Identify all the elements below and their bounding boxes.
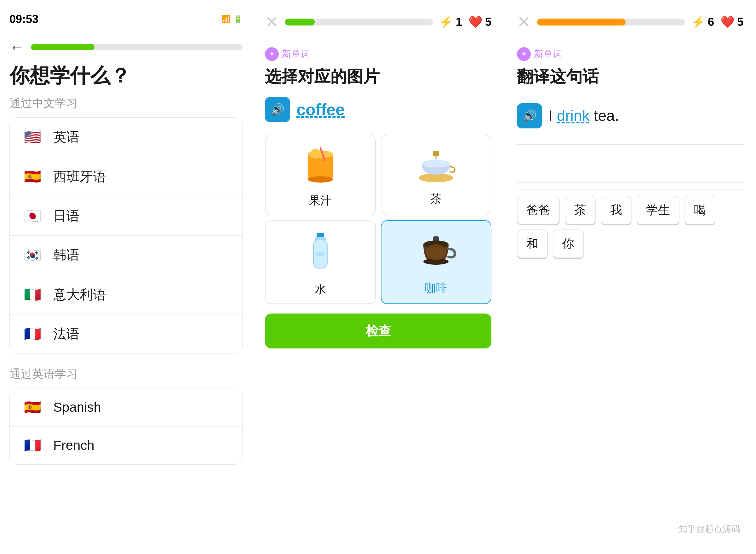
flag-es-en: 🇪🇸	[21, 399, 44, 416]
word-chips-area: 爸爸 茶 我 学生 喝 和 你	[517, 196, 743, 258]
flag-fr-en: 🇫🇷	[21, 437, 44, 454]
english-lang-list: 🇪🇸 Spanish 🇫🇷 French	[9, 388, 243, 464]
page-title: 你想学什么？	[9, 62, 243, 90]
bolt-count-2: 1	[456, 15, 462, 29]
lang-item-spanish[interactable]: 🇪🇸 西班牙语	[10, 157, 242, 197]
lang-name-spanish-en: Spanish	[53, 400, 101, 415]
lesson-header-2: ✕ ⚡ 1 ❤️ 5	[262, 0, 495, 41]
new-word-badge-2: ✦ 新单词	[265, 47, 491, 61]
svg-point-4	[308, 176, 333, 182]
picture-selection-panel: ✕ ⚡ 1 ❤️ 5 ✦ 新单词 选择对应的图片 🔊 coffee	[252, 0, 504, 554]
heart-icon-3: ❤️	[720, 15, 735, 29]
sentence-highlight: drink	[557, 107, 590, 124]
chip-baba[interactable]: 爸爸	[517, 196, 560, 224]
sentence-text: I drink tea.	[548, 107, 619, 124]
chip-xuesheng[interactable]: 学生	[637, 196, 679, 224]
section-english-label: 通过英语学习	[9, 367, 243, 382]
lang-item-french-en[interactable]: 🇫🇷 French	[10, 427, 242, 464]
back-arrow-icon[interactable]: ←	[9, 39, 24, 56]
close-button-3[interactable]: ✕	[517, 13, 531, 32]
check-button[interactable]: 检查	[265, 314, 491, 348]
card-label-juice: 果汁	[309, 193, 332, 208]
chinese-lang-list: 🇺🇸 英语 🇪🇸 西班牙语 🇯🇵 日语 🇰🇷 韩语 🇮🇹 意大利语 🇫🇷	[9, 117, 243, 354]
translation-panel: ✕ ⚡ 6 ❤️ 5 ✦ 新单词 翻译这句话 🔊 I drink tea.	[504, 0, 756, 554]
lesson-progress-fill-3	[537, 18, 625, 25]
chip-wo[interactable]: 我	[601, 196, 632, 224]
audio-button-2[interactable]: 🔊	[265, 97, 290, 122]
lang-name-korean: 韩语	[53, 246, 80, 264]
card-tea[interactable]: 茶	[381, 135, 492, 215]
lang-name-spanish: 西班牙语	[53, 168, 106, 185]
chip-he[interactable]: 喝	[685, 196, 715, 224]
sentence-suffix: tea.	[590, 107, 619, 124]
badge-icon-3: ✦	[517, 47, 531, 61]
heart-count-3: 5	[737, 15, 743, 29]
audio-button-3[interactable]: 🔊	[517, 103, 542, 128]
badge-text-3: 新单词	[534, 48, 562, 61]
water-image	[308, 230, 333, 282]
svg-point-13	[315, 252, 325, 256]
bolt-count-3: 6	[708, 15, 714, 29]
lang-item-spanish-en[interactable]: 🇪🇸 Spanish	[10, 388, 242, 427]
flag-us: 🇺🇸	[21, 129, 44, 146]
new-word-badge-3: ✦ 新单词	[517, 47, 743, 61]
flag-fr: 🇫🇷	[21, 326, 44, 342]
lang-item-japanese[interactable]: 🇯🇵 日语	[10, 197, 242, 236]
svg-point-6	[422, 160, 450, 167]
flag-it: 🇮🇹	[21, 286, 44, 303]
bolt-stat-2: ⚡ 1	[439, 15, 462, 29]
badge-text-2: 新单词	[282, 48, 310, 61]
chip-cha[interactable]: 茶	[565, 196, 596, 224]
svg-rect-8	[433, 151, 439, 156]
heart-count-2: 5	[485, 15, 491, 29]
card-label-coffee: 咖啡	[424, 280, 447, 296]
divider-1	[517, 144, 743, 145]
card-juice[interactable]: 果汁	[265, 135, 376, 215]
lesson-instruction-2: 选择对应的图片	[265, 66, 491, 88]
heart-stat-3: ❤️ 5	[720, 15, 743, 29]
lesson-progress-3	[537, 18, 685, 25]
close-button-2[interactable]: ✕	[265, 13, 279, 32]
lang-name-japanese: 日语	[53, 207, 80, 225]
back-nav[interactable]: ←	[9, 39, 243, 56]
svg-rect-10	[315, 237, 326, 240]
card-label-tea: 茶	[430, 191, 442, 207]
coffee-image	[415, 232, 456, 280]
watermark: 知乎@起点源码	[678, 523, 740, 535]
svg-point-5	[419, 173, 453, 182]
progress-bar-fill	[31, 44, 95, 50]
lesson-instruction-3: 翻译这句话	[517, 66, 743, 88]
word-display-2: coffee	[296, 100, 345, 119]
card-coffee[interactable]: 咖啡	[381, 220, 492, 304]
word-prompt-2: 🔊 coffee	[265, 97, 491, 122]
lang-item-french[interactable]: 🇫🇷 法语	[10, 315, 242, 353]
flag-es: 🇪🇸	[21, 168, 44, 185]
lang-item-english[interactable]: 🇺🇸 英语	[10, 118, 242, 157]
lang-name-french-en: French	[53, 438, 95, 453]
lesson-progress-fill-2	[285, 18, 315, 25]
section-chinese-label: 通过中文学习	[9, 96, 243, 111]
chip-ni[interactable]: 你	[553, 229, 584, 258]
divider-2	[517, 189, 743, 189]
juice-image	[301, 145, 339, 193]
lang-name-italian: 意大利语	[53, 286, 106, 303]
card-water[interactable]: 水	[265, 220, 376, 304]
chip-and[interactable]: 和	[517, 229, 548, 258]
card-label-water: 水	[315, 282, 326, 297]
language-selection-panel: 09:53 📶 🔋 ← 你想学什么？ 通过中文学习 🇺🇸 英语 🇪🇸 西班牙语	[0, 0, 252, 554]
progress-bar	[31, 44, 243, 50]
answer-area	[517, 151, 743, 182]
svg-point-17	[426, 244, 446, 260]
svg-rect-9	[316, 233, 324, 238]
lesson-header-3: ✕ ⚡ 6 ❤️ 5	[514, 0, 747, 41]
svg-point-2	[311, 149, 321, 159]
heart-stat-2: ❤️ 5	[468, 15, 491, 29]
lesson-progress-2	[285, 18, 433, 25]
bolt-icon-2: ⚡	[439, 15, 453, 29]
lang-item-italian[interactable]: 🇮🇹 意大利语	[10, 275, 242, 315]
heart-icon-2: ❤️	[468, 15, 483, 29]
image-grid: 果汁 茶	[265, 135, 491, 304]
sentence-prefix: I	[548, 107, 557, 124]
badge-icon-2: ✦	[265, 47, 279, 61]
lang-item-korean[interactable]: 🇰🇷 韩语	[10, 236, 242, 275]
